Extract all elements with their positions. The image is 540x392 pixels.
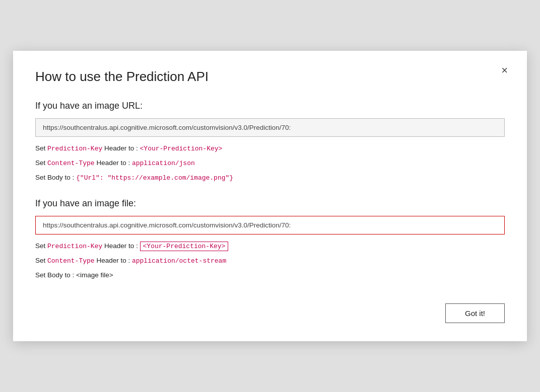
url-text-2: https://southcentralus.api.cognitive.mic… [43, 221, 291, 229]
inst1a-mid: Header to : [104, 144, 140, 152]
inst1c-pre: Set Body to : [35, 174, 76, 181]
modal-footer: Got it! [35, 303, 505, 323]
got-it-button[interactable]: Got it! [445, 303, 505, 323]
section2-heading: If you have an image file: [35, 198, 505, 209]
inst2b-val: application/octet-stream [132, 257, 226, 265]
close-button[interactable]: × [497, 63, 512, 78]
url-box-1: https://southcentralus.api.cognitive.mic… [35, 118, 505, 137]
url-box-2: https://southcentralus.api.cognitive.mic… [35, 216, 505, 234]
inst1b-key: Content-Type [47, 160, 95, 167]
instruction-line-2a: Set Prediction-Key Header to : <Your-Pre… [35, 241, 505, 252]
inst1b-pre: Set [35, 159, 47, 167]
inst2b-pre: Set [35, 257, 47, 264]
instruction-line-2c: Set Body to : <image file> [35, 270, 505, 281]
url-text-1: https://southcentralus.api.cognitive.mic… [43, 124, 291, 131]
modal-overlay: How to use the Prediction API × If you h… [0, 0, 540, 392]
section1-heading: If you have an image URL: [35, 101, 505, 111]
inst1a-val: <Your-Prediction-Key> [140, 145, 223, 152]
instruction-line-1b: Set Content-Type Header to : application… [35, 158, 505, 169]
modal-dialog: How to use the Prediction API × If you h… [13, 51, 527, 341]
instruction-line-2b: Set Content-Type Header to : application… [35, 255, 505, 267]
inst2c-pre: Set Body to : <image file> [35, 271, 113, 279]
inst1a-pre: Set [35, 144, 47, 152]
inst2a-pre: Set [35, 242, 47, 250]
inst1a-key: Prediction-Key [47, 145, 102, 152]
inst2b-key: Content-Type [47, 257, 95, 265]
inst2a-val: <Your-Prediction-Key> [140, 242, 229, 251]
instruction-line-1c: Set Body to : {"Url": "https://example.c… [35, 172, 505, 184]
inst1b-mid: Header to : [96, 159, 132, 167]
instruction-line-1a: Set Prediction-Key Header to : <Your-Pre… [35, 143, 505, 154]
inst1c-val: {"Url": "https://example.com/image.png"} [76, 174, 233, 182]
inst2b-mid: Header to : [96, 257, 132, 264]
modal-title: How to use the Prediction API [35, 69, 505, 85]
inst1b-val: application/json [132, 160, 195, 167]
inst2a-key: Prediction-Key [47, 243, 102, 250]
inst2a-mid: Header to : [104, 242, 140, 250]
